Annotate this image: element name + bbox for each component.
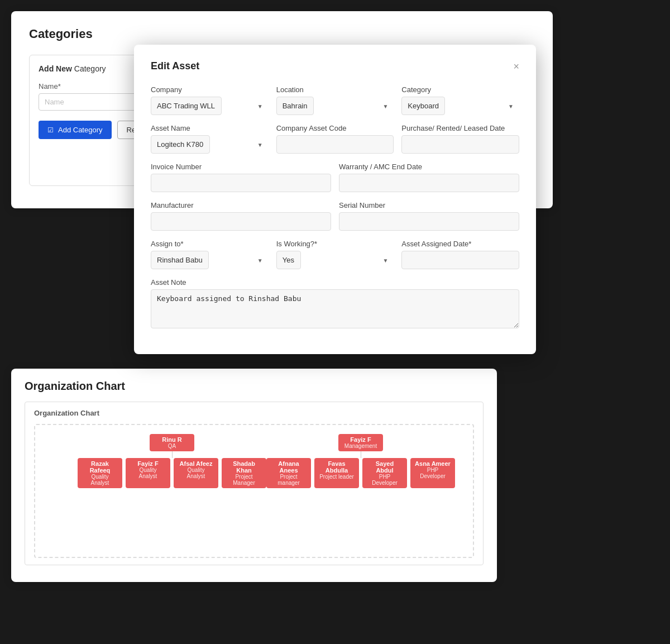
modal-title: Edit Asset (151, 60, 199, 72)
is-working-select[interactable]: Yes (276, 251, 301, 269)
modal-row-1: Company ABC Trading WLL Location Bahrain… (151, 85, 519, 115)
manufacturer-field: Manufacturer Dell (151, 201, 331, 231)
warranty-date-input[interactable]: 2020-10-09 (339, 174, 519, 192)
asset-note-field: Asset Note Keyboard assigned to Rinshad … (151, 278, 519, 328)
modal-row-2: Asset Name Logitech K780 Company Asset C… (151, 124, 519, 154)
location-select[interactable]: Bahrain (276, 97, 314, 115)
location-select-wrapper: Bahrain (276, 97, 394, 115)
serial-number-label: Serial Number (339, 201, 519, 209)
company-field: Company ABC Trading WLL (151, 85, 269, 115)
company-label: Company (151, 85, 269, 94)
asset-name-field: Asset Name Logitech K780 (151, 124, 269, 154)
warranty-date-label: Warranty / AMC End Date (339, 163, 519, 171)
asset-assigned-date-label: Asset Assigned Date* (401, 240, 519, 248)
modal-row-5: Assign to* Rinshad Babu Is Working?* Yes… (151, 240, 519, 269)
invoice-number-input[interactable]: 3585 (151, 174, 331, 192)
company-asset-code-input[interactable]: ABC0011 (276, 135, 394, 154)
invoice-number-field: Invoice Number 3585 (151, 163, 331, 192)
manufacturer-input[interactable]: Dell (151, 212, 331, 231)
asset-note-label: Asset Note (151, 278, 519, 287)
company-select-wrapper: ABC Trading WLL (151, 97, 269, 115)
assign-to-field: Assign to* Rinshad Babu (151, 240, 269, 269)
modal-row-4: Manufacturer Dell Serial Number 6821 (151, 201, 519, 231)
is-working-label: Is Working?* (276, 240, 394, 248)
modal-overlay: Edit Asset × Company ABC Trading WLL Loc… (0, 0, 670, 644)
assign-to-select-wrapper: Rinshad Babu (151, 251, 269, 269)
modal-close-button[interactable]: × (513, 61, 519, 71)
assign-to-select[interactable]: Rinshad Babu (151, 251, 209, 269)
invoice-number-label: Invoice Number (151, 163, 331, 171)
serial-number-field: Serial Number 6821 (339, 201, 519, 231)
category-select[interactable]: Keyboard (401, 97, 445, 115)
modal-header: Edit Asset × (151, 60, 519, 72)
modal-row-3: Invoice Number 3585 Warranty / AMC End D… (151, 163, 519, 192)
is-working-select-wrapper: Yes (276, 251, 394, 269)
purchase-date-field: Purchase/ Rented/ Leased Date 2019-08-12 (401, 124, 519, 154)
manufacturer-label: Manufacturer (151, 201, 331, 209)
company-select[interactable]: ABC Trading WLL (151, 97, 222, 115)
asset-assigned-date-field: Asset Assigned Date* 2022-08-09 (401, 240, 519, 269)
asset-note-textarea[interactable]: Keyboard assigned to Rinshad Babu (151, 289, 519, 328)
company-asset-code-field: Company Asset Code ABC0011 (276, 124, 394, 154)
asset-name-select[interactable]: Logitech K780 (151, 135, 210, 154)
category-select-wrapper: Keyboard (401, 97, 519, 115)
warranty-date-field: Warranty / AMC End Date 2020-10-09 (339, 163, 519, 192)
category-label: Category (401, 85, 519, 94)
edit-asset-modal: Edit Asset × Company ABC Trading WLL Loc… (134, 45, 536, 354)
is-working-field: Is Working?* Yes (276, 240, 394, 269)
purchase-date-label: Purchase/ Rented/ Leased Date (401, 124, 519, 132)
serial-number-input[interactable]: 6821 (339, 212, 519, 231)
category-field: Category Keyboard (401, 85, 519, 115)
location-label: Location (276, 85, 394, 94)
location-field: Location Bahrain (276, 85, 394, 115)
assign-to-label: Assign to* (151, 240, 269, 248)
asset-assigned-date-input[interactable]: 2022-08-09 (401, 251, 519, 269)
asset-name-select-wrapper: Logitech K780 (151, 135, 269, 154)
asset-name-label: Asset Name (151, 124, 269, 132)
modal-row-6: Asset Note Keyboard assigned to Rinshad … (151, 278, 519, 328)
purchase-date-input[interactable]: 2019-08-12 (401, 135, 519, 154)
company-asset-code-label: Company Asset Code (276, 124, 394, 132)
